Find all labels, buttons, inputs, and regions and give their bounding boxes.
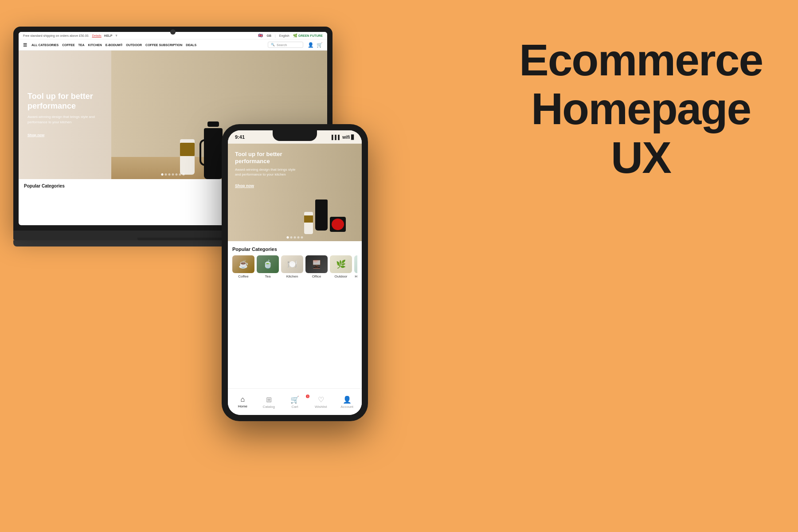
green-future-badge[interactable]: 🌿 GREEN FUTURE bbox=[293, 34, 323, 38]
fp-plunger bbox=[207, 121, 219, 127]
help-chevron: ∨ bbox=[115, 34, 117, 37]
hero-text: Tool up for better performance Award-win… bbox=[27, 92, 107, 138]
phone-hero-dots bbox=[287, 236, 303, 239]
phone-notch bbox=[273, 130, 317, 141]
bottom-nav-home[interactable]: ⌂ Home bbox=[230, 395, 256, 408]
nav-all-categories[interactable]: ALL CATEGORIES bbox=[31, 43, 59, 47]
fp-body bbox=[204, 128, 223, 179]
ph-cup-cork bbox=[304, 215, 313, 223]
topbar-left: Free standard shipping on orders above £… bbox=[23, 34, 117, 37]
signal-icon: ▌▌▌ bbox=[332, 135, 341, 140]
phone-time: 9:41 bbox=[235, 134, 245, 140]
wishlist-nav-label: Wishlist bbox=[315, 405, 327, 409]
hero-title: Tool up for better performance bbox=[27, 92, 107, 111]
title-line2: Homepage bbox=[519, 84, 763, 133]
hero-carousel-dots bbox=[161, 173, 185, 176]
wishlist-nav-icon: ♡ bbox=[318, 395, 324, 404]
phone-categories-title: Popular Categories bbox=[232, 246, 357, 252]
category-tea[interactable]: 🍵 Tea bbox=[257, 255, 279, 278]
phone-hero-cta-button[interactable]: Shop now bbox=[235, 184, 254, 188]
dot-2[interactable] bbox=[165, 173, 167, 176]
kitchen-thumbnail: 🍽️ bbox=[281, 255, 303, 273]
title-line1: Ecommerce bbox=[519, 35, 763, 84]
dot-7[interactable] bbox=[183, 173, 185, 176]
category-coffee[interactable]: ☕ Coffee bbox=[232, 255, 254, 278]
search-bar[interactable]: 🔍 Search bbox=[268, 42, 303, 48]
category-outdoor[interactable]: 🌿 Outdoor bbox=[330, 255, 352, 278]
details-link[interactable]: Details bbox=[92, 34, 101, 37]
search-placeholder: Search bbox=[277, 43, 287, 47]
nav-kitchen[interactable]: KITCHEN bbox=[88, 43, 102, 47]
status-icons: ▌▌▌ wifi ▊ bbox=[332, 135, 355, 140]
user-icon[interactable]: 👤 bbox=[308, 42, 314, 48]
outdoor-thumbnail: 🌿 bbox=[330, 255, 352, 273]
product-french-press bbox=[200, 121, 224, 179]
nav-tea[interactable]: TEA bbox=[78, 43, 85, 47]
title-line3: UX bbox=[519, 133, 763, 182]
coffee-label: Coffee bbox=[232, 274, 254, 278]
help-link[interactable]: HELP bbox=[104, 34, 113, 37]
language-selector[interactable]: English bbox=[279, 34, 289, 37]
tea-thumbnail: 🍵 bbox=[257, 255, 279, 273]
lang-separator: | bbox=[275, 34, 276, 37]
phone-screen: 9:41 ▌▌▌ wifi ▊ Tool up for better perfo… bbox=[228, 130, 362, 415]
account-nav-label: Account bbox=[340, 405, 353, 409]
topbar-right: 🇬🇧 GB | English 🌿 GREEN FUTURE bbox=[258, 33, 323, 38]
nav-coffee-sub[interactable]: COFFEE SUBSCRIPTION bbox=[145, 43, 182, 47]
ph-scale-top bbox=[332, 219, 344, 230]
hero-cta-button[interactable]: Shop now bbox=[27, 133, 44, 137]
laptop-camera bbox=[170, 29, 176, 35]
cart-nav-label: Cart bbox=[291, 405, 298, 409]
tea-label: Tea bbox=[257, 274, 279, 278]
nav-deals[interactable]: DEALS bbox=[186, 43, 196, 47]
category-office[interactable]: 🖥️ Office bbox=[305, 255, 328, 278]
office-label: Office bbox=[305, 274, 328, 278]
bottom-nav-account[interactable]: 👤 Account bbox=[334, 395, 360, 409]
ph-cup-lid bbox=[304, 212, 313, 215]
nav-ebodum[interactable]: E-BODUM® bbox=[106, 43, 123, 47]
page-title: Ecommerce Homepage UX bbox=[519, 35, 763, 182]
bottom-nav-cart[interactable]: 🛒 1 Cart bbox=[282, 395, 308, 409]
dot-1[interactable] bbox=[161, 173, 164, 176]
account-nav-icon: 👤 bbox=[343, 395, 352, 404]
home-nav-icon: ⌂ bbox=[241, 395, 245, 403]
nav-coffee[interactable]: COFFEE bbox=[62, 43, 74, 47]
coffee-thumbnail: ☕ bbox=[232, 255, 254, 273]
leaf-icon: 🌿 bbox=[293, 34, 297, 38]
catalog-nav-icon: ⊞ bbox=[266, 395, 272, 404]
office-thumbnail: 🖥️ bbox=[305, 255, 328, 273]
wifi-icon: wifi bbox=[342, 135, 350, 140]
phone-product-scale bbox=[330, 216, 346, 232]
cup-body bbox=[180, 156, 195, 175]
ph-cup-body bbox=[304, 223, 313, 234]
cart-nav-icon: 🛒 bbox=[290, 395, 299, 404]
phone-body: 9:41 ▌▌▌ wifi ▊ Tool up for better perfo… bbox=[222, 124, 368, 421]
nav-links: ALL CATEGORIES COFFEE TEA KITCHEN E-BODU… bbox=[31, 43, 263, 47]
phone-dot-3[interactable] bbox=[294, 236, 296, 239]
product-coffee-cup bbox=[180, 139, 195, 175]
phone-dot-1[interactable] bbox=[287, 236, 289, 239]
phone-categories: Popular Categories ☕ Coffee 🍵 Tea bbox=[228, 241, 362, 284]
category-home-bath[interactable]: 🛁 Home & Bath bbox=[354, 255, 357, 278]
phone-dot-2[interactable] bbox=[290, 236, 293, 239]
hamburger-icon[interactable]: ☰ bbox=[23, 43, 27, 47]
phone-bottom-nav: ⌂ Home ⊞ Catalog 🛒 1 Cart ♡ Wishlist bbox=[228, 388, 362, 415]
dot-6[interactable] bbox=[179, 173, 181, 176]
phone-hero-products bbox=[288, 144, 362, 241]
cart-icon[interactable]: 🛒 bbox=[317, 42, 323, 48]
dot-3[interactable] bbox=[168, 173, 171, 176]
shipping-text: Free standard shipping on orders above £… bbox=[23, 34, 89, 37]
country-code[interactable]: GB bbox=[266, 34, 271, 37]
dot-5[interactable] bbox=[176, 173, 178, 176]
site-navbar: ☰ ALL CATEGORIES COFFEE TEA KITCHEN E-BO… bbox=[19, 39, 327, 51]
bottom-nav-wishlist[interactable]: ♡ Wishlist bbox=[308, 395, 334, 409]
flag-icon: 🇬🇧 bbox=[258, 33, 263, 38]
phone-dot-5[interactable] bbox=[301, 236, 303, 239]
bottom-nav-catalog[interactable]: ⊞ Catalog bbox=[256, 395, 282, 409]
dot-4[interactable] bbox=[172, 173, 174, 176]
nav-outdoor[interactable]: OUTDOOR bbox=[126, 43, 142, 47]
phone-product-french-press bbox=[315, 200, 328, 231]
outdoor-label: Outdoor bbox=[330, 274, 352, 278]
category-kitchen[interactable]: 🍽️ Kitchen bbox=[281, 255, 303, 278]
phone-dot-4[interactable] bbox=[297, 236, 300, 239]
